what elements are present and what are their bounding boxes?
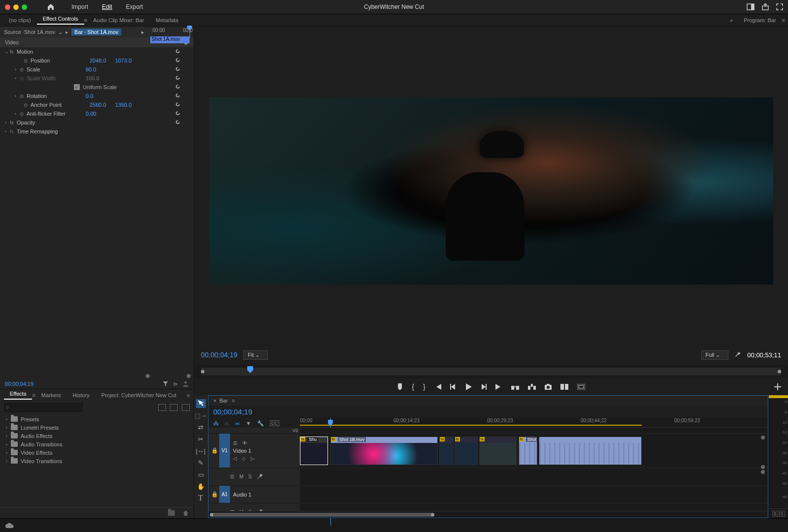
reset-icon[interactable] [175,93,181,99]
go-to-in-icon[interactable] [434,384,441,390]
mark-in-icon[interactable]: { [412,383,414,391]
snap-icon[interactable]: ⁂ [213,420,219,427]
full-dropdown[interactable]: Full ⌄ [701,350,729,360]
effects-search-input[interactable] [4,403,83,412]
ec-uniform-scale[interactable]: ✓Uniform Scale [0,83,194,92]
sync-icon[interactable]: ☰ [230,474,234,479]
overflow-icon[interactable]: » [187,392,190,398]
marker-tool-icon[interactable]: ▼ [246,420,251,426]
v1-tag[interactable]: V1 [219,434,230,468]
type-tool[interactable]: T [196,494,206,502]
fullscreen-icon[interactable] [776,3,783,10]
program-monitor[interactable] [194,27,788,345]
ec-rotation-row[interactable]: ›⊙Rotation0.0 [0,92,194,100]
anchor-x[interactable]: 2560.0 [90,102,106,108]
timeline-zoom-scroll[interactable] [208,511,768,518]
v2-header[interactable]: V2 [208,428,300,434]
workspace-icon[interactable] [747,3,755,10]
tab-effect-controls[interactable]: Effect Controls [37,16,84,25]
clip-shot-1b[interactable]: fxShot 1B.mov [330,437,438,465]
mark-out-icon[interactable]: } [423,383,426,391]
a2-mute-row[interactable]: ☰MS🎤 [208,503,300,511]
fit-dropdown[interactable]: Fit ⌄ [243,350,268,360]
add-button-icon[interactable] [774,383,781,390]
minimize-window[interactable] [13,4,19,10]
scrub-in-icon[interactable] [201,370,204,374]
program-header-label[interactable]: Program: Bar [738,17,782,23]
a1-tag[interactable]: A1 [219,486,230,503]
cloud-icon[interactable] [5,522,14,529]
slip-tool[interactable]: |↔| [196,446,206,455]
sequence-name[interactable]: Bar [219,398,228,404]
comp-view-icon[interactable] [560,384,568,390]
mute-button[interactable]: M [239,474,243,479]
step-fwd-icon[interactable] [481,384,487,390]
tab-project[interactable]: Project: CyberWitcher New Cut [96,392,182,398]
reset-icon[interactable] [175,84,181,91]
position-x[interactable]: 2048.0 [90,58,106,63]
a-mute-row[interactable]: ☰MS🎤 [208,468,300,486]
clip-shot-1a[interactable]: fxSho [300,437,328,465]
ec-source-clip[interactable]: Shot 1A.mov [24,29,55,35]
tab-markers[interactable]: Markers [35,392,67,398]
ec-timeremap-row[interactable]: ›fxTime Remapping [0,127,194,136]
extract-icon[interactable] [528,384,536,390]
close-window[interactable] [5,4,10,10]
scrub-out-icon[interactable] [778,370,781,374]
menu-edit[interactable]: Edit [95,3,119,10]
magnet-icon[interactable]: ∩ [225,420,229,426]
filter-icon[interactable] [163,381,168,387]
tab-history[interactable]: History [67,392,96,398]
export-icon[interactable] [183,381,189,387]
trash-icon[interactable] [183,510,189,516]
tab-audio-clip-mixer[interactable]: Audio Clip Mixer: Bar [87,17,150,23]
record-button[interactable]: 🎤 [257,474,263,479]
linked-sel-icon[interactable]: ⫘ [234,420,240,426]
tab-effects[interactable]: Effects [4,391,32,400]
folder-video-effects[interactable]: ›Video Effects [0,448,194,457]
scroll-dot[interactable] [761,470,765,474]
home-icon[interactable] [47,3,55,11]
clip-small-2[interactable]: fx [455,437,478,465]
ec-scale-row[interactable]: ›⊙Scale80.0 [0,65,194,74]
timeline-timecode[interactable]: 00;00;04;19 [213,407,252,416]
v1-header[interactable]: 🔒 V1 ☰👁 Video 1 ◁◇▷ [208,434,300,468]
solo-right[interactable]: S [779,511,785,517]
cc-icon[interactable]: CC [270,420,279,426]
go-to-out-icon[interactable] [495,384,502,390]
maximize-window[interactable] [22,4,27,10]
kf-add-icon[interactable]: ◇ [242,456,246,461]
pen-tool[interactable]: ✎ [196,458,206,467]
reset-icon[interactable] [175,101,181,108]
wrench-icon[interactable] [734,351,741,358]
lock-icon[interactable]: 🔒 [210,491,219,498]
camera-icon[interactable] [545,384,552,390]
kf-prev-icon[interactable]: ◁ [233,456,237,461]
scrub-playhead[interactable] [247,366,253,373]
clip-shot-x[interactable]: fxShot [519,437,537,465]
clip-area[interactable]: fxSho fxShot 1B.mov fx fx fx fxShot [300,428,768,511]
reset-icon[interactable] [175,48,181,55]
scroll-dot[interactable] [761,436,765,439]
settings-tool-icon[interactable]: 🔧 [257,420,264,427]
clip-small-1[interactable]: fx [439,437,454,465]
ec-opacity-row[interactable]: ›fxOpacity [0,118,194,127]
reset-icon[interactable] [175,66,181,73]
time-ruler[interactable]: 00;00 00;00;14;23 00;00;29;23 00;00;44;2… [300,418,768,428]
icon-view-3[interactable] [182,404,190,411]
marker-icon[interactable] [397,383,403,390]
reset-icon[interactable] [175,57,181,64]
ec-position-row[interactable]: ⊙Position2048.01073.0 [0,56,194,65]
panel-menu-icon[interactable]: » [730,17,733,23]
sync-lock-icon[interactable]: ☰ [233,440,237,446]
solo-button[interactable]: S [248,474,252,479]
reset-icon[interactable] [175,110,181,117]
effects-folder-list[interactable]: ›Presets ›Lumetri Presets ›Audio Effects… [0,414,194,507]
rotation-val[interactable]: 0.0 [86,93,93,99]
scale-val[interactable]: 80.0 [86,66,96,72]
safe-margins-icon[interactable] [577,384,585,390]
ec-mini-timeline[interactable]: ;00;00 00;0 Shot 1A.mov [150,27,194,37]
anchor-y[interactable]: 1350.0 [115,102,132,108]
ec-motion-row[interactable]: ⌄fxMotion [0,47,194,56]
scroll-dot[interactable] [761,465,765,469]
